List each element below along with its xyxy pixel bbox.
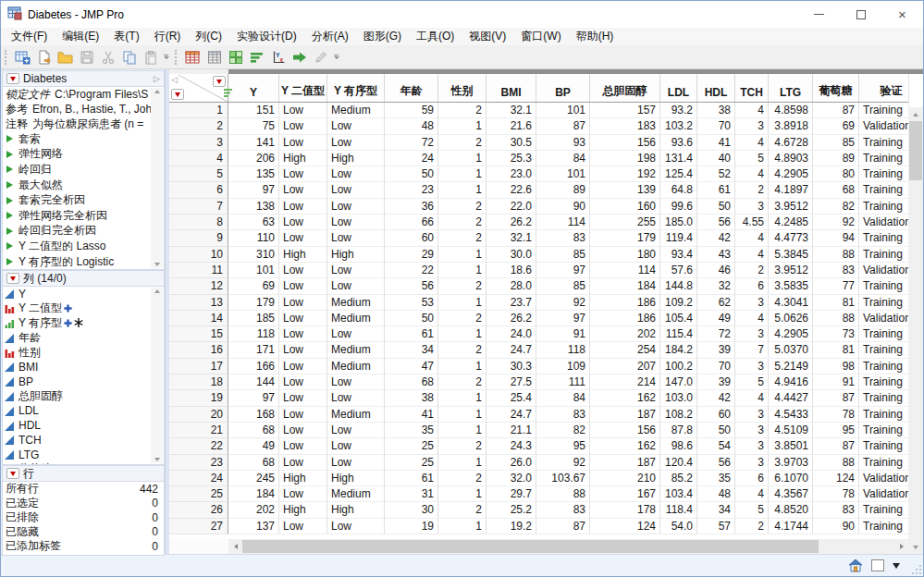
- table-cell[interactable]: 1: [438, 263, 487, 278]
- row-number[interactable]: 8: [169, 215, 228, 230]
- table-cell[interactable]: Training: [859, 278, 908, 294]
- table-cell[interactable]: Training: [859, 374, 908, 390]
- table-cell[interactable]: 1: [438, 455, 487, 471]
- table-cell[interactable]: 87: [536, 519, 590, 534]
- row-number[interactable]: 15: [169, 326, 228, 342]
- table-cell[interactable]: Low: [327, 374, 385, 390]
- toolbar-overflow-icon[interactable]: [161, 47, 171, 68]
- vscrollbar-thumb[interactable]: [909, 121, 922, 180]
- panel-scrollbar[interactable]: [151, 88, 163, 268]
- run-script-triangle-icon[interactable]: [6, 135, 13, 142]
- table-cell[interactable]: Training: [859, 182, 908, 198]
- table-cell[interactable]: 28.0: [487, 278, 536, 294]
- table-cell[interactable]: Low: [279, 278, 327, 294]
- table-cell[interactable]: 3.8501: [769, 438, 813, 454]
- table-cell[interactable]: 42: [697, 390, 735, 406]
- run-script-icon[interactable]: [289, 47, 310, 68]
- vscrollbar-track[interactable]: [908, 180, 923, 540]
- table-cell[interactable]: 184: [228, 486, 279, 502]
- table-cell[interactable]: Low: [279, 519, 327, 534]
- table-cell[interactable]: 87: [813, 103, 859, 118]
- table-cell[interactable]: 72: [385, 135, 438, 151]
- table-cell[interactable]: High: [279, 502, 327, 518]
- table-cell[interactable]: 4.8903: [769, 151, 813, 166]
- home-icon[interactable]: [848, 559, 863, 572]
- table-cell[interactable]: 24: [385, 151, 438, 166]
- column-list-item[interactable]: LTG: [3, 448, 164, 462]
- table-cell[interactable]: 100.2: [660, 359, 697, 374]
- table-cell[interactable]: 4: [735, 166, 769, 182]
- table-cell[interactable]: 81: [813, 295, 859, 311]
- table-cell[interactable]: 87: [536, 118, 590, 134]
- table-cell[interactable]: Low: [327, 118, 385, 134]
- table-script-item[interactable]: 套索: [3, 131, 164, 147]
- maximize-button[interactable]: [840, 1, 881, 28]
- table-cell[interactable]: 1: [438, 118, 487, 134]
- table-cell[interactable]: Medium: [327, 342, 385, 358]
- table-cell[interactable]: 56: [697, 215, 735, 230]
- table-cell[interactable]: 171: [228, 342, 279, 358]
- row-number[interactable]: 13: [169, 295, 228, 311]
- table-cell[interactable]: Low: [279, 295, 327, 311]
- table-script-item[interactable]: 套索完全析因: [3, 192, 164, 208]
- table-cell[interactable]: 114: [536, 215, 590, 230]
- horizontal-scrollbar[interactable]: [169, 539, 908, 554]
- table-cell[interactable]: 1: [438, 423, 487, 438]
- table-cell[interactable]: 93.6: [660, 135, 697, 151]
- table-cell[interactable]: 4.1897: [769, 182, 813, 198]
- table-cell[interactable]: 25: [385, 438, 438, 454]
- table-cell[interactable]: 26.2: [487, 311, 536, 326]
- menu-item[interactable]: 表(T): [106, 28, 146, 45]
- table-cell[interactable]: 3: [735, 423, 769, 438]
- grid-corner-cell[interactable]: ◁: [169, 74, 228, 102]
- table-cell[interactable]: 207: [590, 359, 660, 374]
- table-cell[interactable]: 137: [228, 519, 279, 534]
- table-cell[interactable]: 4.4427: [769, 390, 813, 406]
- column-header[interactable]: HDL: [697, 74, 735, 102]
- table-cell[interactable]: Low: [279, 390, 327, 406]
- table-cell[interactable]: 119.4: [660, 230, 697, 246]
- table-cell[interactable]: 22.6: [487, 182, 536, 198]
- table-cell[interactable]: 141: [228, 135, 279, 151]
- column-header[interactable]: BMI: [487, 74, 536, 102]
- open-file-icon[interactable]: [55, 47, 76, 68]
- table-cell[interactable]: 32.0: [487, 471, 536, 486]
- table-script-item[interactable]: 岭回归完全析因: [3, 224, 164, 239]
- table-cell[interactable]: 80: [813, 166, 859, 182]
- table-cell[interactable]: Low: [327, 455, 385, 471]
- table-cell[interactable]: 103.2: [660, 118, 697, 134]
- run-script-triangle-icon[interactable]: [6, 197, 13, 204]
- row-number[interactable]: 19: [169, 390, 228, 406]
- table-cell[interactable]: Low: [279, 326, 327, 342]
- table-cell[interactable]: 24.3: [487, 438, 536, 454]
- toolbar-overflow-icon[interactable]: [331, 47, 341, 68]
- table-cell[interactable]: 87: [813, 390, 859, 406]
- table-cell[interactable]: 4.5109: [769, 423, 813, 438]
- column-list-item[interactable]: 总胆固醇: [3, 389, 164, 404]
- columns-red-triangle-button[interactable]: [213, 76, 226, 87]
- table-cell[interactable]: 245: [228, 471, 279, 486]
- table-cell[interactable]: Training: [859, 151, 908, 166]
- table-cell[interactable]: 97: [536, 263, 590, 278]
- table-cell[interactable]: 19: [385, 519, 438, 534]
- table-cell[interactable]: 50: [385, 311, 438, 326]
- table-cell[interactable]: 4: [735, 247, 769, 263]
- table-cell[interactable]: Low: [279, 118, 327, 134]
- table-cell[interactable]: 60: [385, 230, 438, 246]
- table-cell[interactable]: 1: [438, 182, 487, 198]
- table-cell[interactable]: 47: [385, 359, 438, 374]
- table-cell[interactable]: 1: [438, 407, 487, 423]
- column-list-item[interactable]: BP: [3, 374, 164, 389]
- table-cell[interactable]: 26.0: [487, 455, 536, 471]
- table-cell[interactable]: 3.9703: [769, 455, 813, 471]
- column-header[interactable]: Y 有序型: [327, 74, 385, 102]
- row-number[interactable]: 16: [169, 342, 228, 358]
- toolbar-grip[interactable]: [5, 50, 9, 65]
- table-cell[interactable]: 2: [438, 278, 487, 294]
- table-cell[interactable]: 91: [536, 326, 590, 342]
- row-number[interactable]: 2: [169, 118, 228, 134]
- table-cell[interactable]: 4.2905: [769, 166, 813, 182]
- table-cell[interactable]: 168: [228, 407, 279, 423]
- table-cell[interactable]: 202: [590, 326, 660, 342]
- red-triangle-button[interactable]: [6, 73, 19, 84]
